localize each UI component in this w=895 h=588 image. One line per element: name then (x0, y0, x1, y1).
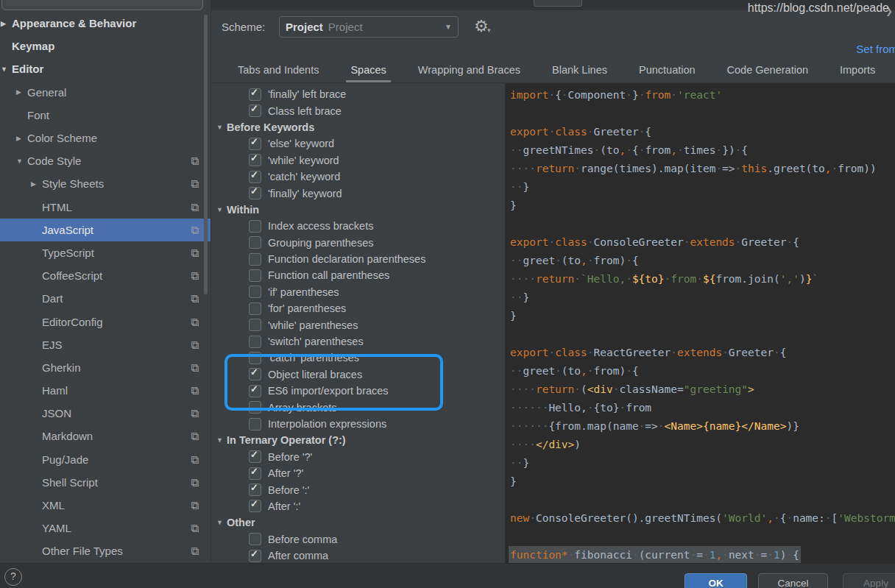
sidebar-item-appearance-behavior[interactable]: ▶Appearance & Behavior (0, 12, 211, 35)
option-for-parentheses[interactable]: 'for' parentheses (211, 300, 505, 316)
sidebar-item-code-style[interactable]: ▼Code Style⧉ (0, 149, 211, 172)
copy-icon: ⧉ (191, 293, 199, 304)
set-from-link[interactable]: Set from (856, 43, 895, 55)
search-input[interactable] (1, 0, 203, 10)
sidebar-item-color-scheme[interactable]: ▶Color Scheme (0, 127, 211, 149)
option-else-keyword[interactable]: ✓'else' keyword (211, 135, 505, 152)
apply-button[interactable]: Apply (843, 573, 895, 588)
option-function-call-parentheses[interactable]: Function call parentheses (211, 267, 505, 283)
ok-button[interactable]: OK (684, 573, 747, 588)
tab-punctuation[interactable]: Punctuation (634, 62, 700, 82)
checkbox-checked[interactable]: ✓ (249, 550, 261, 562)
scheme-select[interactable]: Project Project ▼ (279, 16, 459, 38)
tab-spaces[interactable]: Spaces (346, 62, 390, 82)
copy-icon: ⧉ (191, 431, 199, 442)
chevron-expanded-icon: ▼ (16, 157, 27, 165)
sidebar-item-gherkin[interactable]: Gherkin⧉ (0, 356, 211, 379)
sidebar-item-general[interactable]: ▶General (0, 81, 211, 104)
checkbox-unchecked[interactable] (249, 336, 261, 348)
sidebar-item-javascript[interactable]: JavaScript⧉ (0, 219, 211, 241)
option-before[interactable]: ✓Before ':' (211, 481, 505, 497)
option-group-within[interactable]: ▼Within (211, 202, 505, 218)
sidebar-item-xml[interactable]: XML⧉ (0, 494, 211, 517)
checkbox-checked[interactable]: ✓ (249, 105, 261, 117)
sidebar-item-json[interactable]: JSON⧉ (0, 402, 211, 425)
sidebar-item-label: Shell Script (42, 476, 98, 489)
option-catch-keyword[interactable]: ✓'catch' keyword (211, 169, 505, 185)
checkbox-unchecked[interactable] (249, 236, 261, 249)
sidebar-item-coffeescript[interactable]: CoffeeScript⧉ (0, 264, 211, 287)
copy-icon: ⧉ (191, 339, 199, 350)
chevron-collapsed-icon: ▶ (31, 180, 42, 188)
option-after-comma[interactable]: ✓After comma (211, 548, 505, 563)
option-after[interactable]: ✓After '?' (211, 465, 505, 481)
option-group-other[interactable]: ▼Other (211, 514, 505, 531)
code-line: ····return·(<div·className="greeting"> (509, 380, 895, 399)
checkbox-checked[interactable]: ✓ (249, 138, 261, 150)
option-finally-keyword[interactable]: ✓'finally' keyword (211, 185, 505, 201)
sidebar-item-keymap[interactable]: Keymap (0, 35, 211, 57)
sidebar-item-yaml[interactable]: YAML⧉ (0, 517, 211, 539)
checkbox-checked[interactable]: ✓ (249, 450, 261, 463)
option-while-parentheses[interactable]: 'while' parentheses (211, 316, 505, 333)
tab-code-generation[interactable]: Code Generation (723, 62, 813, 82)
sidebar-item-haml[interactable]: Haml⧉ (0, 379, 211, 402)
checkbox-unchecked[interactable] (249, 253, 261, 266)
checkbox-unchecked[interactable] (249, 286, 261, 298)
tab-wrapping-and-braces[interactable]: Wrapping and Braces (414, 62, 525, 82)
checkbox-unchecked[interactable] (249, 269, 261, 282)
tab-blank-lines[interactable]: Blank Lines (548, 62, 612, 82)
code-line: export·class·ReactGreeter·extends·Greete… (509, 344, 895, 362)
sidebar-item-style-sheets[interactable]: ▶Style Sheets⧉ (0, 172, 211, 195)
option-switch-parentheses[interactable]: 'switch' parentheses (211, 333, 505, 350)
checkbox-unchecked[interactable] (249, 220, 261, 233)
cancel-button[interactable]: Cancel (758, 573, 828, 588)
option-while-keyword[interactable]: ✓'while' keyword (211, 152, 505, 169)
option-interpolation-expressions[interactable]: Interpolation expressions (211, 416, 505, 432)
option-grouping-parentheses[interactable]: Grouping parentheses (211, 235, 505, 251)
sidebar-item-typescript[interactable]: TypeScript⧉ (0, 241, 211, 264)
settings-dialog: ▶Appearance & BehaviorKeymap▼Editor▶Gene… (0, 0, 895, 588)
option-if-parentheses[interactable]: 'if' parentheses (211, 284, 505, 300)
sidebar-item-font[interactable]: Font (0, 104, 211, 127)
checkbox-checked[interactable]: ✓ (249, 88, 261, 101)
tab-imports[interactable]: Imports (835, 62, 880, 82)
checkbox-unchecked[interactable] (249, 418, 261, 431)
sidebar-item-ejs[interactable]: EJS⧉ (0, 333, 211, 356)
sidebar-item-html[interactable]: HTML⧉ (0, 196, 211, 219)
option-class-left-brace[interactable]: ✓Class left brace (211, 102, 505, 118)
option-before-comma[interactable]: Before comma (211, 531, 505, 548)
option-function-declaration-parentheses[interactable]: Function declaration parentheses (211, 251, 505, 267)
sidebar-scrollbar[interactable] (204, 15, 208, 294)
tab-tabs-and-indents[interactable]: Tabs and Indents (233, 62, 323, 82)
option-index-access-brackets[interactable]: Index access brackets (211, 218, 505, 234)
checkbox-unchecked[interactable] (249, 319, 261, 331)
checkbox-unchecked[interactable] (249, 302, 261, 315)
checkbox-checked[interactable]: ✓ (249, 187, 261, 199)
checkbox-checked[interactable]: ✓ (249, 154, 261, 166)
sidebar-item-other-file-types[interactable]: Other File Types⧉ (0, 539, 211, 562)
option-before[interactable]: ✓Before '?' (211, 449, 505, 465)
code-line: export·class·Greeter·{ (509, 123, 895, 141)
checkbox-unchecked[interactable] (249, 533, 261, 545)
checkbox-checked[interactable]: ✓ (249, 500, 261, 512)
gear-button[interactable]: ⚙ ▾ (474, 16, 496, 38)
option-group-in-ternary-operator[interactable]: ▼In Ternary Operator (?:) (211, 432, 505, 448)
option-after[interactable]: ✓After ':' (211, 498, 505, 514)
checkbox-checked[interactable]: ✓ (249, 171, 261, 183)
help-button[interactable]: ? (4, 568, 22, 586)
check-icon: ✓ (250, 498, 258, 509)
sidebar-item-dart[interactable]: Dart⧉ (0, 287, 211, 310)
option-finally-left-brace[interactable]: ✓'finally' left brace (211, 86, 505, 102)
sidebar-item-label: Markdown (42, 430, 93, 442)
option-label: 'finally' keyword (268, 188, 342, 199)
checkbox-checked[interactable]: ✓ (249, 483, 261, 496)
sidebar-item-editor[interactable]: ▼Editor (0, 57, 211, 80)
sidebar-item-pug-jade[interactable]: Pug/Jade⧉ (0, 448, 211, 471)
sidebar-item-markdown[interactable]: Markdown⧉ (0, 425, 211, 447)
sidebar-item-shell-script[interactable]: Shell Script⧉ (0, 471, 211, 494)
option-group-before-keywords[interactable]: ▼Before Keywords (211, 119, 505, 135)
checkbox-checked[interactable]: ✓ (249, 467, 261, 480)
sidebar-item-label: YAML (42, 522, 71, 534)
sidebar-item-editorconfig[interactable]: EditorConfig⧉ (0, 310, 211, 333)
